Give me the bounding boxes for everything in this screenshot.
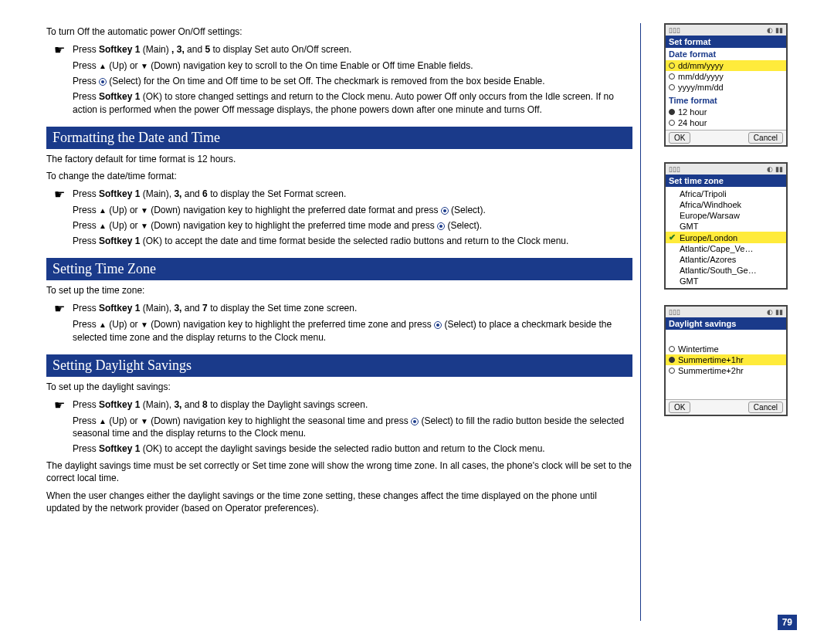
- down-arrow-icon: ▼: [141, 320, 148, 330]
- phone-list-label: Africa/Windhoek: [680, 200, 741, 209]
- pointer-icon: [46, 442, 73, 443]
- instruction-step: Press Softkey 1 (OK) to store changed se…: [46, 90, 632, 115]
- pointer-icon: [46, 415, 73, 415]
- pointer-icon: [46, 59, 73, 60]
- phone-list-label: Europe/London: [680, 233, 737, 242]
- phone-option[interactable]: 12 hour: [666, 107, 786, 117]
- phone-list-label: Atlantic/Azores: [680, 255, 736, 264]
- phone-list-item[interactable]: Africa/Tripoli: [666, 188, 786, 199]
- up-arrow-icon: ▲: [99, 205, 107, 216]
- pointer-icon: ☛: [46, 43, 73, 56]
- select-icon: [99, 78, 107, 86]
- step-text: Press Softkey 1 (Main), 3, and 6 to disp…: [73, 188, 632, 200]
- phone-status-bar: ▯▯▯◐ ▮▮: [666, 25, 786, 36]
- instruction-step: Press ▲ (Up) or ▼ (Down) navigation key …: [46, 415, 632, 439]
- phone-list-item[interactable]: Europe/Warsaw: [666, 210, 786, 221]
- steps-timezone: ☛Press Softkey 1 (Main), 3, and 7 to dis…: [46, 302, 632, 343]
- steps-daylight: ☛Press Softkey 1 (Main), 3, and 8 to dis…: [46, 398, 632, 456]
- select-icon: [437, 222, 445, 230]
- page: To turn Off the automatic power On/Off s…: [0, 0, 834, 644]
- step-text: Press ▲ (Up) or ▼ (Down) navigation key …: [73, 204, 632, 216]
- check-icon: ✔: [669, 232, 676, 242]
- pointer-icon: [46, 75, 73, 76]
- phone-mock-set-timezone: ▯▯▯◐ ▮▮ Set time zone Africa/TripoliAfri…: [664, 162, 788, 290]
- section-heading-daylight: Setting Daylight Savings: [46, 354, 632, 377]
- phone-option-label: yyyy/mm/dd: [678, 83, 724, 92]
- phone-option[interactable]: dd/mm/yyyy: [666, 60, 786, 71]
- phone-list-item[interactable]: GMT: [666, 276, 786, 286]
- phone-title: Set format: [666, 36, 786, 48]
- step-text: Press Softkey 1 (OK) to accept the date …: [73, 235, 632, 247]
- phone-softkeys: OK Cancel: [666, 130, 786, 145]
- phone-option-label: Summertime+1hr: [678, 355, 744, 364]
- phone-softkeys: OK Cancel: [666, 399, 786, 415]
- instruction-step: Press ▲ (Up) or ▼ (Down) navigation key …: [46, 204, 632, 216]
- instruction-step: Press ▲ (Up) or ▼ (Down) navigation key …: [46, 219, 632, 232]
- step-text: Press (Select) for the On time and Off t…: [73, 75, 632, 87]
- phone-options-date: dd/mm/yyyymm/dd/yyyyyyyy/mm/dd: [666, 59, 786, 94]
- softkey-ok[interactable]: OK: [669, 132, 690, 144]
- radio-icon: [669, 368, 675, 374]
- radio-icon: [669, 73, 675, 80]
- side-column: ▯▯▯◐ ▮▮ Set format Date format dd/mm/yyy…: [656, 23, 795, 621]
- instruction-step: Press (Select) for the On time and Off t…: [46, 75, 632, 87]
- pointer-icon: ☛: [46, 188, 73, 201]
- phone-option-label: dd/mm/yyyy: [678, 61, 724, 70]
- phone-list-label: Atlantic/South_Ge…: [680, 266, 757, 275]
- phone-option[interactable]: Summertime+1hr: [666, 354, 786, 365]
- phone-list-item[interactable]: Africa/Windhoek: [666, 199, 786, 210]
- instruction-step: ☛Press Softkey 1 (Main), 3, and 7 to dis…: [46, 302, 632, 315]
- phone-section-label: Date format: [666, 48, 786, 59]
- phone-option-label: Summertime+2hr: [678, 366, 744, 375]
- step-text: Press Softkey 1 (OK) to accept the dayli…: [73, 442, 632, 455]
- up-arrow-icon: ▲: [99, 320, 107, 330]
- up-arrow-icon: ▲: [99, 221, 107, 232]
- phone-option-label: 12 hour: [678, 107, 707, 117]
- phone-option[interactable]: Summertime+2hr: [666, 365, 786, 376]
- step-text: Press Softkey 1 (OK) to store changed se…: [73, 90, 632, 115]
- pointer-icon: [46, 235, 73, 236]
- steps-poweroff: ☛Press Softkey 1 (Main) , 3, and 5 to di…: [46, 43, 632, 116]
- instruction-step: ☛Press Softkey 1 (Main), 3, and 6 to dis…: [46, 188, 632, 201]
- phone-timezone-list: Africa/TripoliAfrica/WindhoekEurope/Wars…: [666, 187, 786, 288]
- softkey-cancel[interactable]: Cancel: [748, 132, 783, 144]
- pointer-icon: [46, 204, 73, 205]
- phone-list-item[interactable]: ✔Europe/London: [666, 232, 786, 243]
- phone-list-item[interactable]: GMT: [666, 221, 786, 232]
- phone-option-label: 24 hour: [678, 118, 707, 127]
- phone-list-label: Africa/Tripoli: [680, 189, 727, 198]
- step-text: Press ▲ (Up) or ▼ (Down) navigation key …: [73, 415, 632, 439]
- phone-option[interactable]: mm/dd/yyyy: [666, 71, 786, 82]
- phone-list-label: Atlantic/Cape_Ve…: [680, 244, 753, 253]
- softkey-ok[interactable]: OK: [669, 402, 690, 413]
- phone-list-item[interactable]: Atlantic/South_Ge…: [666, 265, 786, 276]
- instruction-step: Press ▲ (Up) or ▼ (Down) navigation key …: [46, 318, 632, 343]
- phone-title: Set time zone: [666, 175, 786, 187]
- phone-list-item[interactable]: Atlantic/Cape_Ve…: [666, 243, 786, 254]
- phone-option[interactable]: 24 hour: [666, 117, 786, 128]
- intro-text: To set up the time zone:: [46, 285, 632, 296]
- select-icon: [434, 321, 442, 329]
- pointer-icon: [46, 318, 73, 319]
- steps-format: ☛Press Softkey 1 (Main), 3, and 6 to dis…: [46, 188, 632, 248]
- phone-option-label: mm/dd/yyyy: [678, 72, 724, 81]
- section-heading-format: Formatting the Date and Time: [46, 127, 632, 149]
- radio-icon: [669, 84, 675, 90]
- phone-status-bar: ▯▯▯◐ ▮▮: [666, 164, 786, 175]
- step-text: Press Softkey 1 (Main) , 3, and 5 to dis…: [73, 43, 632, 56]
- phone-status-bar: ▯▯▯◐ ▮▮: [666, 307, 786, 317]
- phone-option[interactable]: yyyy/mm/dd: [666, 82, 786, 93]
- phone-list-item[interactable]: Atlantic/Azores: [666, 254, 786, 265]
- step-text: Press Softkey 1 (Main), 3, and 7 to disp…: [73, 302, 632, 314]
- select-icon: [411, 418, 419, 425]
- paragraph: The daylight savings time must be set co…: [46, 459, 632, 484]
- down-arrow-icon: ▼: [141, 61, 148, 72]
- phone-option[interactable]: Wintertime: [666, 344, 786, 354]
- instruction-step: Press ▲ (Up) or ▼ (Down) navigation key …: [46, 59, 632, 72]
- intro-text: The factory default for time format is 1…: [46, 154, 632, 164]
- softkey-cancel[interactable]: Cancel: [748, 402, 783, 413]
- radio-icon: [669, 357, 675, 363]
- instruction-step: ☛Press Softkey 1 (Main) , 3, and 5 to di…: [46, 43, 632, 56]
- radio-icon: [669, 63, 675, 69]
- radio-icon: [669, 346, 675, 352]
